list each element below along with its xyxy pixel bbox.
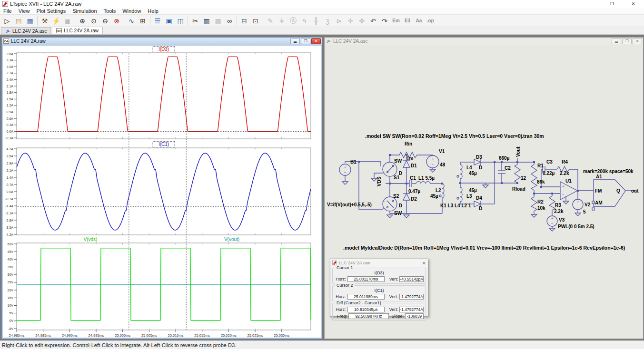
menu-item-plot-settings[interactable]: Plot Settings [33,8,69,14]
schematic-label: 45µ [430,194,438,199]
window-close-button[interactable]: ✕ [623,0,644,8]
zoom-region-button[interactable]: ⊙ [88,15,99,26]
waveform-window-icon [3,39,9,44]
cut-button[interactable]: ✂ [189,15,201,26]
drag-button[interactable]: ✜ [356,15,367,26]
child-minimize-button[interactable]: ▃ [612,38,621,44]
place-text-button[interactable]: Aa [413,15,425,26]
y-axis-tick-label: 15V [8,296,14,300]
redo-button[interactable]: ↷ [379,15,390,26]
x-axis-tick-label: 24.990ms [62,333,78,338]
cursor1-group-label: Cursor 1 [335,265,355,270]
copy-button[interactable]: ▥ [201,15,212,26]
waveform-plot-svg[interactable]: 3.6A3.3A3.0A2.7A2.4A2.1A1.8A1.5A1.2A0.9A… [3,46,321,338]
toolbar-separator [37,16,38,26]
y-axis-tick-label: 10V [8,304,14,307]
child-restore-button[interactable]: ❐ [622,38,632,44]
plot-pane-1[interactable] [17,148,311,235]
arrange-windows-button[interactable]: ◫ [175,15,186,26]
window-minimize-button[interactable]: – [580,0,601,8]
draw-wire-button[interactable]: ✎ [265,15,276,26]
waveform-tab-icon [56,28,62,33]
undo-button[interactable]: ↶ [367,15,379,26]
place-inductor-button[interactable]: ʒ [322,15,333,26]
tab-waveform[interactable]: LLC 24V 2A.raw [52,27,103,34]
diff-vert-field[interactable]: -1.4792774A [399,307,424,312]
cursor1-horz-field[interactable]: 25.001178ms [347,276,385,282]
control-panel-button[interactable]: ⚒ [39,15,50,26]
vert-label: Vert: [386,307,398,312]
schematic-label: L4 [466,165,472,170]
place-ground-button[interactable]: ⏚ [276,15,287,26]
cascade-windows-button[interactable]: ▣ [163,15,175,26]
plot-pane-2[interactable] [17,243,311,330]
menu-item-simulation[interactable]: Simulation [69,8,100,14]
menu-item-tools[interactable]: Tools [100,8,119,14]
open-file-button[interactable]: ▤ [13,15,24,26]
zoom-to-fit-button[interactable]: ⊞ [137,15,149,26]
cursor1-vert-field[interactable]: -43.55142pA [399,276,424,282]
y-axis-tick-label: 50V [8,242,14,246]
save-button[interactable]: ▦ [24,15,36,26]
place-resistor-button[interactable]: ϟ [299,15,310,26]
slope-field[interactable]: -136839 [405,313,424,319]
halt-simulation-button[interactable]: ◼ [62,15,73,26]
move-button[interactable]: ✛ [345,15,356,26]
waveform-window-title-bar[interactable]: LLC 24V 2A.raw ▃ ❐ ✕ [2,38,322,45]
paste-button[interactable]: ▩ [212,15,224,26]
zoom-out-button[interactable]: ⊖ [99,15,111,26]
menu-item-file[interactable]: File [0,8,15,14]
rotate-button[interactable]: E3 [402,15,413,26]
diff-horz-field[interactable]: 10.810345µs [347,307,385,312]
plot-pane-0[interactable] [17,53,311,139]
zoom-full-extents-button[interactable]: ⊗ [111,15,122,26]
schematic-label: VDS [376,176,382,186]
diff-group-label: Diff (Cursor2 - Cursor1) [335,301,383,305]
menu-item-help[interactable]: Help [144,8,162,14]
menu-item-view[interactable]: View [15,8,33,14]
mirror-button[interactable]: Em [390,15,402,26]
schematic-window-title-bar[interactable]: LLC 24V 2A.asc ▃ ❐ ✕ [325,38,643,45]
zoom-in-button[interactable]: ⊕ [77,15,88,26]
cursor-dialog-icon [332,261,337,265]
waveform-plot-area[interactable]: 3.6A3.3A3.0A2.7A2.4A2.1A1.8A1.5A1.2A0.9A… [2,45,322,339]
trace-title-I(C1)[interactable]: I(C1) [159,142,169,147]
trace-title-V(vout)[interactable]: V(vout) [224,237,239,242]
svg-text:−: − [432,162,434,166]
run-simulation-button[interactable]: ⚡ [50,15,62,26]
svg-text:+: + [383,164,385,168]
child-minimize-button[interactable]: ▃ [290,38,300,44]
net-label-button[interactable]: Ⓐ [287,15,299,26]
cursor-dialog-close-icon[interactable]: ✕ [422,261,426,266]
cursor2-vert-field[interactable]: -1.4792774A [399,294,424,300]
new-schematic-button[interactable]: ▷ [1,15,13,26]
tab-schematic[interactable]: LLC 24V 2A.asc [1,27,51,34]
schematic-label: D [399,171,402,176]
child-close-button[interactable]: ✕ [311,38,321,44]
print-button[interactable]: ⊟ [238,15,250,26]
x-axis-tick-label: 25.020ms [221,333,237,338]
toolbar-separator [150,16,150,26]
print-preview-button[interactable]: ⊡ [250,15,261,26]
y-axis-tick-label: 2.7A [7,71,14,75]
trace-title-I(D3)[interactable]: I(D3) [159,47,169,52]
cursor-dialog[interactable]: LLC 24V 2A.raw ✕ Cursor 1 I(D3) Horz: 25… [330,259,428,317]
child-restore-button[interactable]: ❐ [301,38,310,44]
window-maximize-button[interactable]: ❐ [601,0,623,8]
menu-item-window[interactable]: Window [119,8,144,14]
x-axis-tick-label: 25.010ms [168,333,184,338]
y-axis-tick-label: -5V [8,327,13,330]
freq-field[interactable]: 92.503987KHz [348,313,389,319]
find-button[interactable]: ∞ [224,15,235,26]
autorange-y-button[interactable]: ∿ [126,15,137,26]
child-close-button[interactable]: ✕ [633,38,642,44]
place-capacitor-button[interactable]: ╫ [310,15,322,26]
schematic-label: D [399,203,402,208]
y-axis-tick-label: 0.0A [7,190,14,194]
tile-windows-button[interactable]: ☰ [152,15,163,26]
svg-text:+: + [551,216,554,221]
place-diode-button[interactable]: ⊳ [333,15,345,26]
spice-directive-button[interactable]: .op [425,15,436,26]
cursor2-horz-field[interactable]: 25.011989ms [347,294,385,300]
trace-title-V(vds)[interactable]: V(vds) [84,237,98,242]
